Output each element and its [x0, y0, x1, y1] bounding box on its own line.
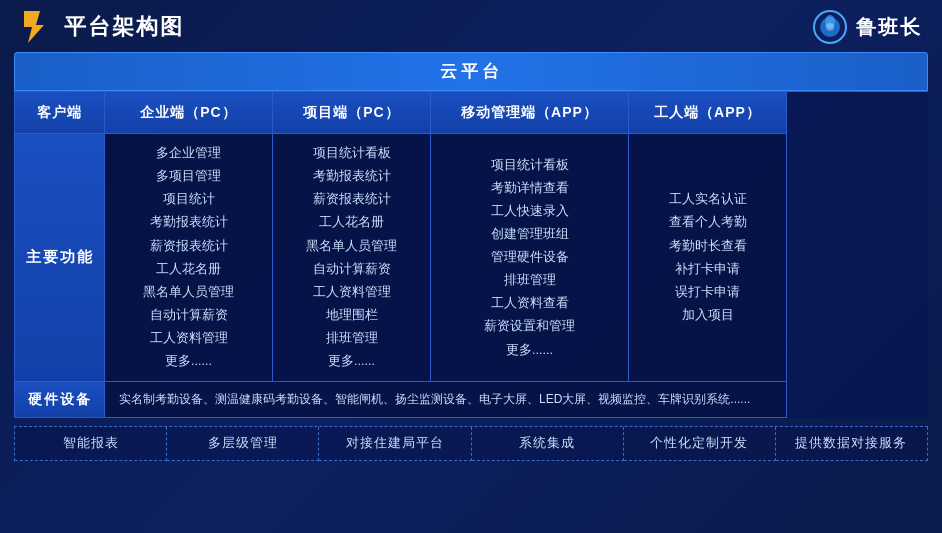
header: 平台架构图 鲁班长	[0, 0, 942, 52]
row-label-hardware: 硬件设备	[15, 382, 105, 418]
list-item: 排班管理	[441, 269, 618, 292]
list-item: 工人花名册	[115, 258, 262, 281]
svg-point-4	[826, 23, 834, 31]
feature-cell-2: 对接住建局平台	[319, 427, 471, 461]
brand-name: 鲁班长	[856, 14, 922, 41]
hardware-content: 实名制考勤设备、测温健康码考勤设备、智能闸机、扬尘监测设备、电子大屏、LED大屏…	[105, 382, 787, 418]
list-item: 多项目管理	[115, 165, 262, 188]
col-header-enterprise: 企业端（PC）	[105, 92, 273, 134]
enterprise-features: 多企业管理 多项目管理 项目统计 考勤报表统计 薪资报表统计 工人花名册 黑名单…	[105, 134, 273, 382]
brand-logo: 鲁班长	[812, 9, 922, 45]
col-header-mobile-mgmt: 移动管理端（APP）	[431, 92, 629, 134]
list-item: 自动计算薪资	[283, 258, 420, 281]
list-item: 黑名单人员管理	[115, 281, 262, 304]
mobile-mgmt-features: 项目统计看板 考勤详情查看 工人快速录入 创建管理班组 管理硬件设备 排班管理 …	[431, 134, 629, 382]
main-content: 云平台 客户端 企业端（PC） 项目端（PC） 移动管理端（APP） 工人端（A…	[0, 52, 942, 469]
feature-row: 智能报表 多层级管理 对接住建局平台 系统集成 个性化定制开发 提供数据对接服务	[14, 426, 928, 461]
list-item: 工人资料查看	[441, 292, 618, 315]
feature-cell-1: 多层级管理	[167, 427, 319, 461]
col-header-worker: 工人端（APP）	[629, 92, 787, 134]
list-item: 薪资报表统计	[115, 235, 262, 258]
list-item: 补打卡申请	[639, 258, 776, 281]
list-item: 多企业管理	[115, 142, 262, 165]
feature-cell-3: 系统集成	[472, 427, 624, 461]
col-header-project: 项目端（PC）	[273, 92, 431, 134]
logo-icon	[16, 9, 52, 45]
cloud-bar: 云平台	[14, 52, 928, 91]
brand-icon	[812, 9, 848, 45]
list-item: 工人快速录入	[441, 200, 618, 223]
grid-table: 客户端 企业端（PC） 项目端（PC） 移动管理端（APP） 工人端（APP） …	[14, 91, 928, 418]
row-label-main-func: 主要功能	[15, 134, 105, 382]
list-item: 排班管理	[283, 327, 420, 350]
list-item: 工人花名册	[283, 211, 420, 234]
col-header-client: 客户端	[15, 92, 105, 134]
project-features: 项目统计看板 考勤报表统计 薪资报表统计 工人花名册 黑名单人员管理 自动计算薪…	[273, 134, 431, 382]
list-item: 项目统计看板	[283, 142, 420, 165]
list-item: 误打卡申请	[639, 281, 776, 304]
worker-features: 工人实名认证 查看个人考勤 考勤时长查看 补打卡申请 误打卡申请 加入项目	[629, 134, 787, 382]
list-item: 工人资料管理	[283, 281, 420, 304]
list-item: 考勤报表统计	[283, 165, 420, 188]
list-item: 管理硬件设备	[441, 246, 618, 269]
list-item: 自动计算薪资	[115, 304, 262, 327]
header-title: 平台架构图	[64, 12, 184, 42]
list-item: 工人实名认证	[639, 188, 776, 211]
feature-cell-4: 个性化定制开发	[624, 427, 776, 461]
list-item: 薪资设置和管理	[441, 315, 618, 338]
list-item: 黑名单人员管理	[283, 235, 420, 258]
list-item: 考勤详情查看	[441, 177, 618, 200]
list-item: 考勤时长查看	[639, 235, 776, 258]
list-item: 项目统计	[115, 188, 262, 211]
list-item: 工人资料管理	[115, 327, 262, 350]
list-item: 项目统计看板	[441, 154, 618, 177]
list-item: 薪资报表统计	[283, 188, 420, 211]
list-item: 地理围栏	[283, 304, 420, 327]
svg-marker-0	[24, 11, 44, 43]
list-item: 考勤报表统计	[115, 211, 262, 234]
feature-cell-5: 提供数据对接服务	[776, 427, 928, 461]
list-item: 查看个人考勤	[639, 211, 776, 234]
header-left: 平台架构图	[16, 9, 184, 45]
list-item: 更多......	[115, 350, 262, 373]
list-item: 加入项目	[639, 304, 776, 327]
list-item: 更多......	[441, 339, 618, 362]
feature-cell-0: 智能报表	[15, 427, 167, 461]
list-item: 更多......	[283, 350, 420, 373]
list-item: 创建管理班组	[441, 223, 618, 246]
